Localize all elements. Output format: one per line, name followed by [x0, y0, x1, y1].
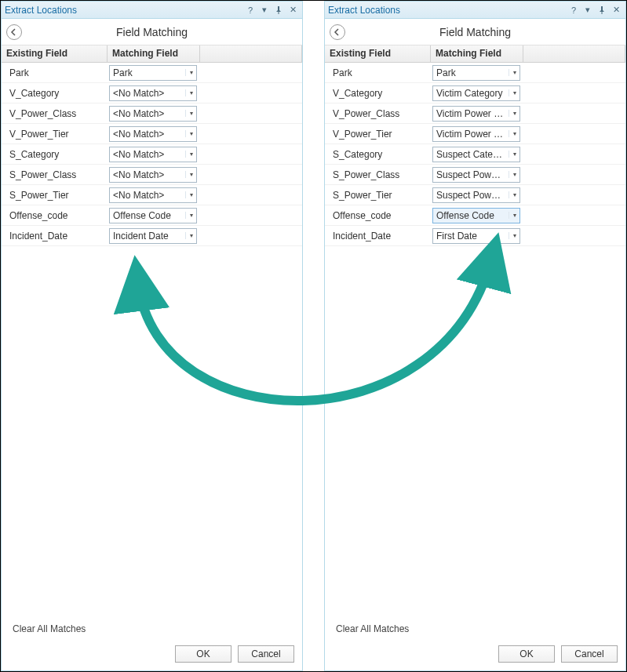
matching-field-cell: <No Match>▾	[108, 165, 200, 184]
back-button[interactable]	[6, 24, 22, 40]
existing-field-label: Offense_code	[2, 210, 108, 221]
chevron-down-icon[interactable]: ▾	[509, 110, 519, 117]
chevron-down-icon[interactable]: ▾	[509, 232, 519, 239]
table-row: V_Power_ClassVictim Power Class▾	[325, 104, 625, 124]
chevron-down-icon[interactable]: ▾	[185, 130, 196, 137]
table-row: S_Power_Class<No Match>▾	[2, 165, 302, 185]
matching-field-dropdown[interactable]: Victim Power Class▾	[432, 106, 520, 122]
cancel-button[interactable]: Cancel	[561, 645, 618, 663]
matching-field-dropdown[interactable]: Suspect Power Tier▾	[432, 187, 520, 203]
dropdown-value: <No Match>	[110, 88, 185, 99]
panel-title: Extract Locations	[328, 5, 566, 16]
matching-field-dropdown[interactable]: <No Match>▾	[109, 167, 197, 183]
existing-field-label: S_Power_Tier	[325, 190, 431, 201]
dropdown-value: Park	[110, 67, 185, 78]
existing-field-label: V_Power_Class	[2, 108, 108, 119]
dropdown-value: <No Match>	[110, 108, 185, 119]
matching-field-cell: Offense Code▾	[431, 206, 523, 225]
column-spacer	[523, 45, 625, 62]
matching-field-cell: <No Match>▾	[108, 125, 200, 143]
column-matching-field[interactable]: Matching Field	[431, 45, 523, 62]
matching-field-dropdown[interactable]: Victim Power Tier▾	[432, 126, 520, 142]
existing-field-label: S_Category	[325, 149, 431, 160]
chevron-down-icon[interactable]: ▾	[185, 110, 196, 117]
ok-button[interactable]: OK	[498, 645, 555, 663]
panel-right: Extract Locations ? ▾ ✕ Field Matching E…	[324, 1, 626, 671]
ok-button[interactable]: OK	[175, 645, 231, 663]
help-icon[interactable]: ?	[567, 4, 580, 16]
close-icon[interactable]: ✕	[286, 4, 299, 16]
existing-field-label: V_Power_Class	[325, 108, 431, 119]
matching-field-dropdown[interactable]: Park▾	[432, 65, 520, 81]
matching-field-dropdown[interactable]: Incident Date▾	[109, 228, 197, 244]
page-title: Field Matching	[2, 26, 302, 38]
dropdown-value: Victim Category	[433, 88, 509, 99]
panel-title: Extract Locations	[5, 5, 242, 16]
matching-field-dropdown[interactable]: First Date▾	[432, 228, 520, 244]
matching-field-dropdown[interactable]: Suspect Category▾	[432, 147, 520, 162]
matching-field-cell: Suspect Power Tier▾	[431, 186, 523, 205]
dropdown-value: Offense Code	[110, 210, 185, 221]
existing-field-label: Park	[325, 67, 431, 78]
matching-field-cell: Victim Power Class▾	[431, 104, 523, 123]
table-row: ParkPark▾	[2, 63, 302, 83]
matching-field-cell: Offense Code▾	[108, 206, 200, 225]
table-row: S_Power_TierSuspect Power Tier▾	[325, 185, 625, 205]
column-matching-field[interactable]: Matching Field	[108, 45, 200, 62]
matching-field-dropdown[interactable]: Suspect Power Class▾	[432, 167, 520, 183]
chevron-down-icon[interactable]: ▾	[509, 212, 519, 219]
table-row: S_Power_ClassSuspect Power Class▾	[325, 165, 625, 185]
matching-field-dropdown[interactable]: Victim Category▾	[432, 85, 520, 101]
matching-field-dropdown[interactable]: <No Match>▾	[109, 187, 197, 203]
column-existing-field[interactable]: Existing Field	[2, 45, 108, 62]
chevron-down-icon[interactable]: ▾	[509, 151, 519, 158]
matching-field-dropdown[interactable]: <No Match>▾	[109, 85, 197, 101]
chevron-down-icon[interactable]: ▾	[185, 212, 196, 219]
close-icon[interactable]: ✕	[610, 4, 622, 16]
clear-all-matches-link[interactable]: Clear All Matches	[325, 617, 625, 641]
button-row: OK Cancel	[2, 641, 302, 670]
existing-field-label: V_Category	[325, 88, 431, 99]
autohide-pin-icon[interactable]	[272, 4, 285, 16]
help-icon[interactable]: ?	[244, 4, 257, 16]
chevron-down-icon[interactable]: ▾	[509, 69, 519, 76]
menu-dropdown-icon[interactable]: ▾	[581, 4, 594, 16]
matching-field-cell: <No Match>▾	[108, 145, 200, 164]
chevron-down-icon[interactable]: ▾	[509, 171, 519, 178]
dropdown-value: <No Match>	[110, 149, 185, 160]
menu-dropdown-icon[interactable]: ▾	[258, 4, 271, 16]
dropdown-value: <No Match>	[110, 129, 185, 140]
matching-field-cell: Victim Category▾	[431, 84, 523, 103]
clear-all-matches-link[interactable]: Clear All Matches	[2, 617, 302, 641]
matching-field-dropdown[interactable]: <No Match>▾	[109, 106, 197, 122]
chevron-down-icon[interactable]: ▾	[509, 191, 519, 198]
autohide-pin-icon[interactable]	[596, 4, 608, 16]
chevron-down-icon[interactable]: ▾	[185, 191, 196, 198]
matching-field-dropdown[interactable]: Park▾	[109, 65, 197, 81]
existing-field-label: V_Category	[2, 88, 108, 99]
chevron-down-icon[interactable]: ▾	[185, 232, 196, 239]
table-row: V_Power_TierVictim Power Tier▾	[325, 124, 625, 144]
chevron-down-icon[interactable]: ▾	[185, 171, 196, 178]
dropdown-value: Incident Date	[110, 231, 185, 242]
back-button[interactable]	[330, 24, 345, 40]
matching-field-dropdown[interactable]: <No Match>▾	[109, 126, 197, 142]
existing-field-label: Park	[2, 67, 108, 78]
matching-field-dropdown[interactable]: Offense Code▾	[109, 208, 197, 223]
panel-left: Extract Locations ? ▾ ✕ Field Matching E…	[1, 1, 303, 671]
chevron-down-icon[interactable]: ▾	[509, 89, 519, 96]
table-row: Incident_DateIncident Date▾	[2, 226, 302, 246]
matching-field-dropdown[interactable]: Offense Code▾	[432, 208, 520, 223]
chevron-down-icon[interactable]: ▾	[509, 130, 519, 137]
matching-field-cell: Victim Power Tier▾	[431, 125, 523, 143]
table-row: Offense_codeOffense Code▾	[2, 205, 302, 226]
matching-field-dropdown[interactable]: <No Match>▾	[109, 147, 197, 162]
chevron-down-icon[interactable]: ▾	[185, 151, 196, 158]
matching-field-cell: Park▾	[431, 64, 523, 82]
chevron-down-icon[interactable]: ▾	[185, 69, 196, 76]
column-headers: Existing Field Matching Field	[325, 45, 625, 63]
cancel-button[interactable]: Cancel	[238, 645, 294, 663]
chevron-down-icon[interactable]: ▾	[185, 89, 196, 96]
table-row: Offense_codeOffense Code▾	[325, 205, 625, 226]
column-existing-field[interactable]: Existing Field	[325, 45, 431, 62]
